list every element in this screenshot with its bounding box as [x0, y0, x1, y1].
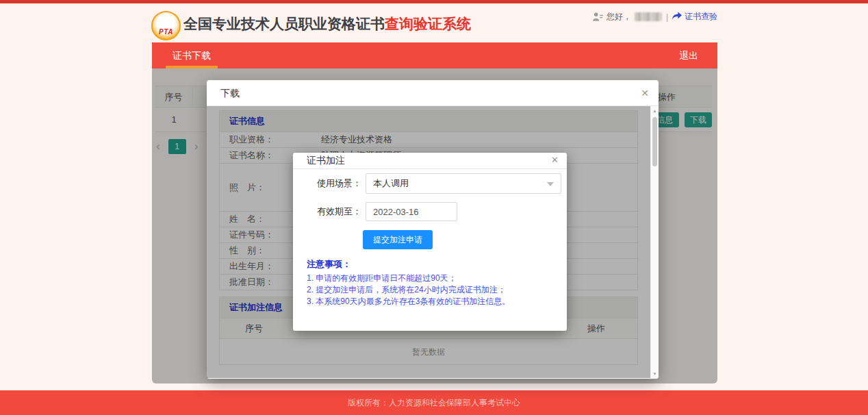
annotation-modal: 证书加注 ✕ 使用场景： 本人调用 有效期至： 提交加注申请 注意事项： 1. …: [293, 153, 567, 331]
tab-cert-download[interactable]: 证书下载: [163, 42, 220, 68]
content-container: 序号 操作 1 证书信息 下载 ‹ 1 › 下载 ✕ 证书信息 职业资格： 经济: [152, 68, 717, 383]
annotation-modal-title: 证书加注: [307, 155, 345, 166]
logout-button[interactable]: 退出: [679, 42, 698, 68]
scene-row: 使用场景： 本人调用: [293, 173, 567, 194]
note-line: 2. 提交加注申请后，系统将在24小时内完成证书加注；: [307, 284, 567, 296]
expiry-label: 有效期至：: [301, 205, 361, 218]
close-icon[interactable]: ✕: [641, 80, 649, 106]
site-header: PTA 全国专业技术人员职业资格证书查询验证系统 您好， | 证书查验: [0, 3, 868, 42]
annotation-modal-header: 证书加注 ✕: [293, 153, 567, 169]
cert-verify-label: 证书查验: [685, 11, 717, 23]
pta-logo: PTA: [151, 11, 181, 40]
scene-select-value: 本人调用: [373, 178, 409, 188]
chevron-down-icon: [547, 182, 554, 186]
download-modal-title: 下载: [220, 88, 240, 99]
scrollbar-thumb[interactable]: [652, 117, 657, 166]
page-title-suffix: 查询验证系统: [385, 16, 471, 32]
close-icon[interactable]: ✕: [551, 153, 559, 168]
forward-arrow-icon: [672, 12, 682, 22]
separator: |: [666, 12, 668, 22]
submit-annotation-button[interactable]: 提交加注申请: [363, 230, 433, 249]
scene-label: 使用场景：: [301, 177, 361, 190]
notes-title: 注意事项：: [307, 258, 567, 271]
greeting-text: 您好，: [607, 11, 631, 23]
page-title-main: 全国专业技术人员职业资格证书: [183, 16, 385, 32]
expiry-date-input[interactable]: [366, 202, 457, 221]
download-modal-header: 下载 ✕: [207, 80, 659, 106]
page-title: 全国专业技术人员职业资格证书查询验证系统: [183, 3, 471, 42]
note-line: 3. 本系统90天内最多允许存在3条有效的证书加注信息。: [307, 296, 567, 307]
scroll-down-icon[interactable]: ▼: [651, 372, 659, 376]
modal-scrollbar[interactable]: ▲ ▼: [650, 106, 659, 379]
navbar: 证书下载 退出: [152, 42, 717, 68]
site-footer: 版权所有：人力资源和社会保障部人事考试中心: [0, 390, 868, 415]
cert-verify-link[interactable]: 证书查验: [672, 11, 717, 23]
scene-select[interactable]: 本人调用: [366, 173, 561, 194]
download-modal: 下载 ✕ 证书信息 职业资格： 经济专业技术资格 证书名称： 助理人力资源管理师…: [207, 80, 659, 379]
copyright-text: 版权所有：人力资源和社会保障部人事考试中心: [348, 398, 520, 407]
masked-username: [635, 12, 662, 21]
expiry-row: 有效期至：: [293, 202, 567, 221]
download-modal-body: 证书信息 职业资格： 经济专业技术资格 证书名称： 助理人力资源管理师 照 片：…: [207, 106, 659, 378]
scroll-up-icon[interactable]: ▲: [651, 109, 659, 113]
user-icon: [593, 12, 603, 21]
tab-cert-download-label: 证书下载: [173, 50, 211, 61]
user-area: 您好， | 证书查验: [593, 11, 717, 23]
note-line: 1. 申请的有效期距申请日不能超过90天；: [307, 273, 567, 284]
pta-logo-text: PTA: [151, 28, 181, 36]
